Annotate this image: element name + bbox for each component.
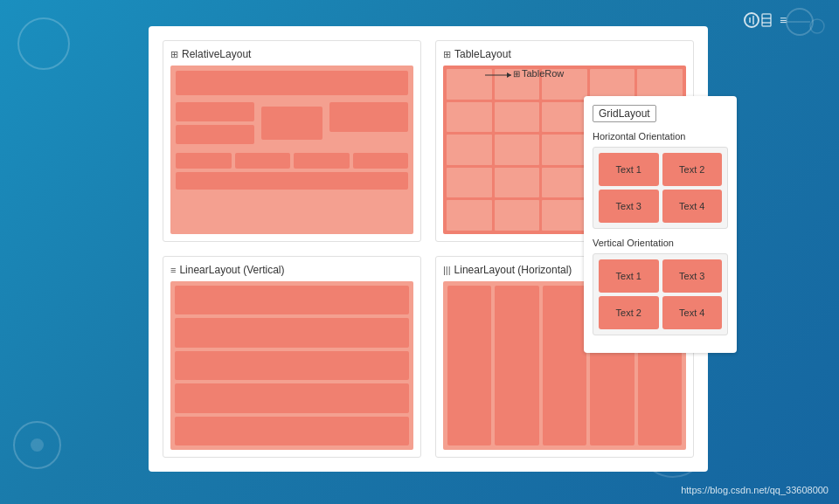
linear-v-title: ≡ LinearLayout (Vertical) [170, 264, 413, 276]
logo-icon: ≡ [743, 7, 795, 33]
rel-center-area [176, 99, 408, 148]
table-cell-7 [495, 102, 540, 133]
table-cell-4 [590, 69, 635, 100]
rel-center-box [261, 107, 322, 140]
linear-v-content [170, 281, 413, 450]
rel-bottom-item1 [176, 153, 232, 169]
horizontal-orientation-title: Horizontal Orientation [593, 131, 728, 142]
rel-top-bar [176, 71, 408, 95]
rel-bottom-row [176, 153, 408, 169]
linear-v-section: ≡ LinearLayout (Vertical) [163, 256, 421, 458]
svg-marker-9 [507, 72, 511, 78]
h-cell-text1: Text 1 [599, 153, 659, 186]
lh-col-2 [495, 286, 538, 445]
deco-circle-tl [17, 17, 70, 70]
relative-layout-title: ⊞ RelativeLayout [170, 48, 413, 60]
table-cell-11 [447, 135, 492, 165]
rel-right-block [329, 102, 408, 132]
v-cell-text4: Text 4 [662, 296, 723, 329]
table-layout-title: ⊞ TableLayout [443, 48, 686, 60]
linear-h-icon: ||| [443, 265, 451, 275]
relative-layout-icon: ⊞ [170, 49, 178, 60]
relative-layout-content [170, 66, 413, 234]
table-cell-8 [542, 102, 587, 133]
table-cell-23 [542, 200, 587, 231]
grid-layout-panel: GridLayout Horizontal Orientation Text 1… [584, 96, 737, 353]
lv-row-1 [175, 286, 409, 314]
table-layout-icon: ⊞ [443, 49, 451, 60]
vertical-orientation-title: Vertical Orientation [593, 238, 728, 248]
vertical-grid: Text 1 Text 3 Text 2 Text 4 [593, 253, 728, 335]
table-cell-16 [447, 168, 492, 198]
tablerow-annotation: ⊞ TableRow [485, 66, 555, 87]
h-cell-text2: Text 2 [662, 153, 723, 186]
lv-row-3 [175, 351, 409, 380]
h-cell-text4: Text 4 [662, 190, 723, 223]
svg-text:≡: ≡ [780, 13, 787, 27]
v-cell-text2: Text 2 [599, 296, 659, 329]
rel-left-block1 [176, 102, 254, 121]
relative-layout-section: ⊞ RelativeLayout [163, 40, 421, 242]
grid-panel-title: GridLayout [593, 105, 656, 122]
deco-dot-bl [31, 438, 44, 452]
lv-row-2 [175, 318, 409, 347]
lh-col-3 [543, 286, 586, 445]
url-text: https://blog.csdn.net/qq_33608000 [681, 485, 829, 495]
table-cell-17 [495, 168, 540, 198]
table-cell-12 [495, 135, 540, 165]
linear-v-icon: ≡ [170, 265, 176, 275]
h-cell-text3: Text 3 [599, 190, 659, 223]
rel-left-col [176, 102, 254, 144]
v-cell-text3: Text 3 [662, 259, 723, 293]
lh-col-1 [447, 286, 491, 445]
svg-point-3 [745, 13, 759, 27]
rel-bottom-item4 [353, 153, 409, 169]
horizontal-grid: Text 1 Text 2 Text 3 Text 4 [593, 147, 728, 229]
rel-bottom-item2 [235, 153, 291, 169]
table-cell-6 [447, 102, 492, 133]
table-cell-21 [447, 200, 492, 231]
rel-bottom-bar [176, 172, 408, 190]
rel-right-col [329, 102, 408, 144]
vertical-orientation-section: Vertical Orientation Text 1 Text 3 Text … [593, 238, 728, 335]
tablerow-label: ⊞ TableRow [513, 68, 564, 79]
horizontal-orientation-section: Horizontal Orientation Text 1 Text 2 Tex… [593, 131, 728, 229]
logo-area: ≡ [743, 7, 795, 33]
lv-row-5 [175, 417, 409, 445]
rel-bottom-item3 [294, 153, 350, 169]
table-cell-22 [495, 200, 540, 231]
table-cell-18 [542, 168, 587, 198]
v-cell-text1: Text 1 [599, 259, 659, 293]
rel-left-block2 [176, 125, 254, 144]
table-cell-5 [637, 69, 683, 100]
lv-row-4 [175, 383, 409, 412]
table-cell-13 [542, 135, 587, 165]
svg-rect-4 [762, 14, 771, 26]
